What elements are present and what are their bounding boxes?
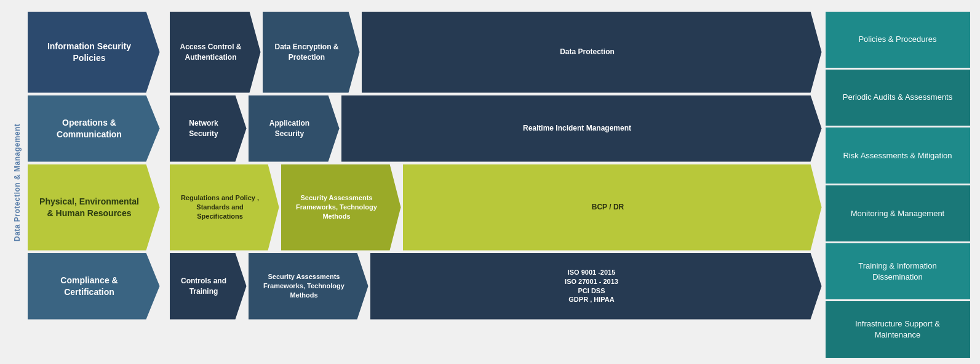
left-item-compliance: Compliance & Certification bbox=[28, 253, 160, 320]
controls-training-text: Controls and Training bbox=[178, 276, 229, 296]
security-assess-fw2-arrow: Security Assessments Frameworks, Technol… bbox=[249, 253, 368, 320]
security-assess-fw2-text: Security Assessments Frameworks, Technol… bbox=[257, 272, 351, 300]
right-item-training-text: Training & Information Dissemination bbox=[834, 261, 962, 282]
right-item-infrastructure-text: Infrastructure Support & Maintenance bbox=[834, 318, 962, 340]
iso-standards-text: ISO 9001 -2015 ISO 27001 - 2013 PCI DSS … bbox=[565, 268, 618, 304]
middle-column: Access Control & Authentication Data Enc… bbox=[164, 7, 822, 358]
access-control-arrow: Access Control & Authentication bbox=[170, 12, 261, 93]
left-item-physical-text: Physical, Environmental & Human Resource… bbox=[38, 196, 141, 219]
middle-row-4: Controls and Training Security Assessmen… bbox=[170, 253, 822, 320]
vertical-label: Data Protection & Management bbox=[10, 7, 24, 358]
data-encryption-text: Data Encryption & Protection bbox=[271, 42, 343, 62]
right-item-infrastructure: Infrastructure Support & Maintenance bbox=[826, 301, 970, 357]
right-item-policies: Policies & Procedures bbox=[826, 12, 970, 68]
security-assess-fw-text: Security Assessments Frameworks, Technol… bbox=[290, 193, 384, 221]
right-item-policies-text: Policies & Procedures bbox=[858, 34, 936, 45]
bcp-dr-arrow: BCP / DR bbox=[403, 164, 822, 251]
left-item-info-sec: Information Security Policies bbox=[28, 12, 160, 93]
controls-training-arrow: Controls and Training bbox=[170, 253, 247, 320]
right-item-audits-text: Periodic Audits & Assessments bbox=[843, 92, 952, 103]
right-item-risk-text: Risk Assessments & Mitigation bbox=[843, 150, 952, 161]
realtime-incident-text: Realtime Incident Management bbox=[523, 123, 631, 133]
right-item-monitoring-text: Monitoring & Management bbox=[851, 208, 944, 219]
middle-row-3: Regulations and Policy , Standards and S… bbox=[170, 164, 822, 251]
regulations-policy-text: Regulations and Policy , Standards and S… bbox=[178, 193, 262, 221]
left-item-physical: Physical, Environmental & Human Resource… bbox=[28, 164, 160, 251]
right-item-training: Training & Information Dissemination bbox=[826, 243, 970, 299]
left-item-info-sec-text: Information Security Policies bbox=[38, 41, 141, 64]
access-control-text: Access Control & Authentication bbox=[178, 42, 244, 62]
data-protection-text: Data Protection bbox=[560, 47, 615, 57]
right-item-risk: Risk Assessments & Mitigation bbox=[826, 127, 970, 184]
realtime-incident-arrow: Realtime Incident Management bbox=[341, 95, 822, 162]
network-security-arrow: Network Security bbox=[170, 95, 247, 162]
right-item-monitoring: Monitoring & Management bbox=[826, 185, 970, 241]
regulations-policy-arrow: Regulations and Policy , Standards and S… bbox=[170, 164, 279, 251]
iso-standards-arrow: ISO 9001 -2015 ISO 27001 - 2013 PCI DSS … bbox=[370, 253, 822, 320]
right-item-audits: Periodic Audits & Assessments bbox=[826, 70, 970, 126]
bcp-dr-text: BCP / DR bbox=[592, 202, 624, 212]
middle-row-1: Access Control & Authentication Data Enc… bbox=[170, 12, 822, 93]
app-security-text: Application Security bbox=[257, 118, 322, 138]
app-security-arrow: Application Security bbox=[249, 95, 340, 162]
main-diagram: Data Protection & Management Information… bbox=[10, 7, 970, 358]
network-security-text: Network Security bbox=[178, 118, 229, 138]
left-column: Information Security Policies Operations… bbox=[28, 7, 160, 358]
diagram-wrapper: Data Protection & Management Information… bbox=[10, 7, 970, 358]
left-item-compliance-text: Compliance & Certification bbox=[38, 275, 141, 298]
data-encryption-arrow: Data Encryption & Protection bbox=[263, 12, 360, 93]
middle-row-2: Network Security Application Security Re… bbox=[170, 95, 822, 162]
data-protection-arrow: Data Protection bbox=[362, 12, 822, 93]
right-column: Policies & Procedures Periodic Audits & … bbox=[826, 7, 970, 358]
security-assess-fw-arrow: Security Assessments Frameworks, Technol… bbox=[281, 164, 401, 251]
left-item-ops: Operations & Communication bbox=[28, 95, 160, 162]
left-item-ops-text: Operations & Communication bbox=[38, 117, 141, 140]
